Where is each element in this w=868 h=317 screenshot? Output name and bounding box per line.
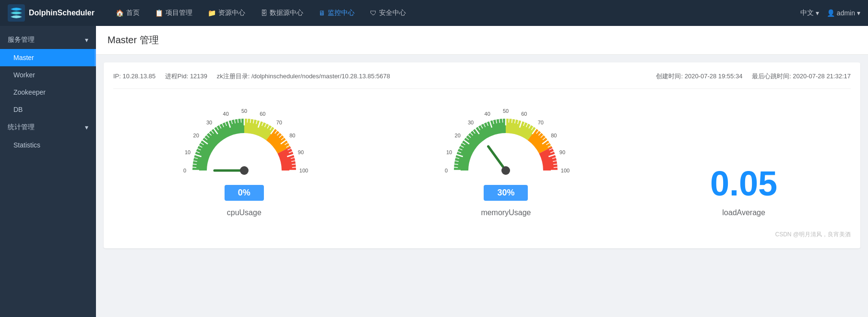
nav-security[interactable]: 🛡 安全中心 (363, 6, 413, 20)
memory-label: memoryUsage (481, 208, 531, 217)
svg-text:50: 50 (241, 108, 247, 114)
cpu-gauge-svg: 0102030405060708090100 (187, 103, 302, 180)
sidebar-item-statistics[interactable]: Statistics (0, 136, 96, 154)
sidebar-group-stats[interactable]: 统计管理 ▾ (0, 118, 96, 136)
svg-line-25 (241, 118, 241, 122)
svg-text:20: 20 (455, 133, 461, 138)
load-average-label: loadAverage (722, 208, 765, 217)
memory-gauge-container: 0102030405060708090100 30% memoryUsage (448, 103, 563, 217)
cpu-gauge-container: 0102030405060708090100 0% cpuUsage (187, 103, 302, 217)
info-right: 创建时间: 2020-07-28 19:55:34 最后心跳时间: 2020-0… (656, 72, 851, 81)
info-left: IP: 10.28.13.85 进程Pid: 12139 zk注册目录: /do… (113, 72, 390, 81)
svg-text:60: 60 (260, 111, 265, 117)
svg-text:30: 30 (206, 120, 212, 125)
create-time-value: 2020-07-28 19:55:34 (685, 73, 743, 80)
svg-text:30: 30 (468, 120, 474, 125)
svg-text:10: 10 (446, 149, 452, 155)
svg-point-53 (240, 166, 249, 175)
svg-text:80: 80 (551, 133, 557, 138)
nav-home[interactable]: 🏠 首页 (109, 6, 146, 20)
svg-text:90: 90 (298, 149, 304, 155)
chevron-icon-services: ▾ (85, 36, 88, 44)
svg-text:70: 70 (276, 120, 282, 125)
watermark: CSDN @明月清风，良宵美酒 (113, 231, 851, 239)
master-card: IP: 10.28.13.85 进程Pid: 12139 zk注册目录: /do… (104, 62, 860, 248)
sidebar-item-worker[interactable]: Worker (0, 66, 96, 84)
sidebar-item-master[interactable]: Master (0, 49, 96, 66)
last-heartbeat-value: 2020-07-28 21:32:17 (793, 73, 851, 80)
svg-line-116 (488, 146, 506, 171)
svg-text:0: 0 (183, 168, 186, 173)
svg-line-50 (292, 167, 297, 168)
svg-text:20: 20 (193, 133, 199, 138)
logo-text: DolphinScheduler (29, 9, 95, 17)
nav-links: 🏠 首页 📋 项目管理 📁 资源中心 🗄 数据源中心 🖥 监控中心 🛡 安全中心 (109, 6, 800, 20)
load-average-container: 0.05 loadAverage (710, 166, 777, 217)
create-time-label: 创建时间: (656, 73, 683, 80)
nav-right: 中文 ▾ 👤 admin ▾ (800, 9, 860, 17)
topnav: DolphinScheduler 🏠 首页 📋 项目管理 📁 资源中心 🗄 数据… (0, 0, 868, 26)
svg-text:40: 40 (223, 111, 228, 117)
ip-value: 10.28.13.85 (123, 73, 156, 80)
sidebar-group-services-label: 服务管理 (8, 36, 35, 44)
memory-value-badge: 30% (484, 185, 528, 201)
svg-text:0: 0 (445, 168, 448, 173)
logo: DolphinScheduler (8, 4, 95, 22)
svg-text:80: 80 (289, 133, 295, 138)
load-average-value: 0.05 (710, 166, 777, 201)
svg-line-27 (247, 118, 248, 122)
page-title: Master 管理 (96, 26, 868, 55)
pid-value: 12139 (190, 73, 207, 80)
cpu-label: cpuUsage (227, 208, 262, 217)
nav-project[interactable]: 📋 项目管理 (148, 6, 199, 20)
chevron-icon-stats: ▾ (85, 123, 88, 131)
zk-value: /dolphinscheduler/nodes/master/10.28.13.… (251, 73, 390, 80)
user-menu[interactable]: 👤 admin ▾ (827, 9, 860, 17)
svg-text:10: 10 (185, 149, 190, 155)
sidebar-item-zookeeper[interactable]: Zookeeper (0, 84, 96, 101)
gauges-row: 0102030405060708090100 0% cpuUsage 01020… (113, 98, 851, 227)
svg-text:70: 70 (538, 120, 544, 125)
svg-line-66 (453, 167, 458, 168)
info-bar: IP: 10.28.13.85 进程Pid: 12139 zk注册目录: /do… (113, 72, 851, 89)
language-switcher[interactable]: 中文 ▾ (800, 9, 819, 17)
ip-label: IP: (113, 73, 121, 80)
sidebar-group-services[interactable]: 服务管理 ▾ (0, 31, 96, 49)
svg-line-91 (509, 118, 510, 122)
sidebar-group-stats-label: 统计管理 (8, 123, 35, 132)
svg-line-114 (554, 167, 559, 168)
sidebar: 服务管理 ▾ Master Worker Zookeeper DB 统计管理 ▾… (0, 26, 96, 317)
svg-text:100: 100 (561, 168, 570, 173)
zk-label: zk注册目录: (217, 73, 250, 80)
svg-point-117 (501, 166, 510, 175)
sidebar-item-db[interactable]: DB (0, 101, 96, 118)
memory-gauge-svg: 0102030405060708090100 (448, 103, 563, 180)
cpu-value-badge: 0% (225, 185, 264, 201)
nav-resource[interactable]: 📁 资源中心 (201, 6, 252, 20)
svg-text:50: 50 (503, 108, 509, 114)
content-body: IP: 10.28.13.85 进程Pid: 12139 zk注册目录: /do… (96, 55, 868, 256)
pid-label: 进程Pid: (165, 73, 188, 80)
last-heartbeat-label: 最后心跳时间: (752, 73, 791, 80)
nav-datasource[interactable]: 🗄 数据源中心 (254, 6, 310, 20)
main-layout: 服务管理 ▾ Master Worker Zookeeper DB 统计管理 ▾… (0, 26, 868, 317)
logo-icon (8, 4, 25, 22)
nav-monitor[interactable]: 🖥 监控中心 (312, 6, 361, 20)
svg-text:60: 60 (522, 111, 527, 117)
svg-line-2 (191, 167, 196, 168)
svg-text:40: 40 (485, 111, 490, 117)
svg-text:100: 100 (299, 168, 308, 173)
svg-text:90: 90 (559, 149, 565, 155)
svg-line-89 (502, 118, 503, 122)
content: Master 管理 IP: 10.28.13.85 进程Pid: 12139 z… (96, 26, 868, 317)
